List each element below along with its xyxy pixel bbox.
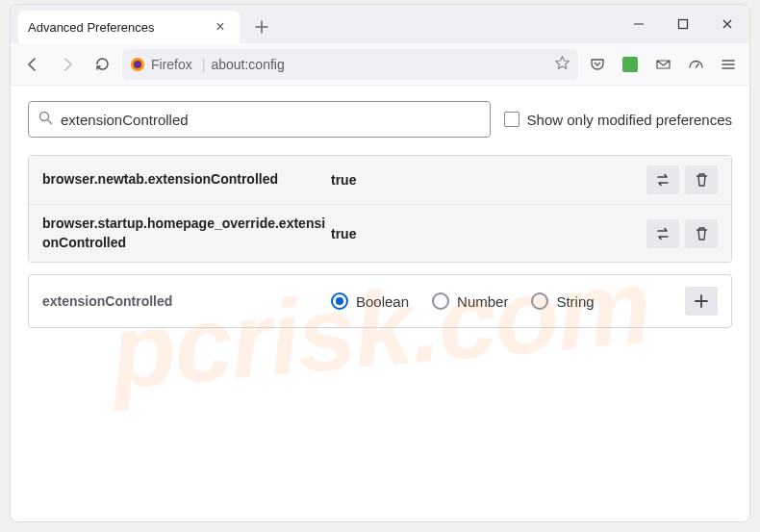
- radio-boolean[interactable]: Boolean: [331, 292, 409, 310]
- pref-row: browser.startup.homepage_override.extens…: [29, 205, 731, 262]
- toggle-button[interactable]: [646, 219, 679, 248]
- radio-icon: [531, 292, 548, 310]
- type-radio-group: Boolean Number String: [331, 292, 685, 310]
- checkbox-icon: [504, 112, 519, 127]
- search-box[interactable]: [28, 101, 491, 138]
- radio-icon: [432, 292, 449, 310]
- radio-icon: [331, 292, 348, 310]
- firefox-icon: [130, 57, 145, 72]
- extension-icon[interactable]: [617, 51, 644, 78]
- pref-row: browser.newtab.extensionControlled true: [29, 156, 731, 205]
- toolbar: Firefox | about:config: [11, 43, 749, 86]
- gauge-icon[interactable]: [682, 51, 709, 78]
- radio-label: Number: [457, 293, 508, 310]
- pref-name: browser.newtab.extensionControlled: [42, 170, 331, 190]
- browser-window: Advanced Preferences ×: [10, 4, 750, 522]
- forward-button[interactable]: [53, 50, 82, 79]
- pref-name: browser.startup.homepage_override.extens…: [42, 215, 331, 252]
- tab-title: Advanced Preferences: [28, 20, 155, 35]
- delete-button[interactable]: [685, 219, 718, 248]
- pref-value: true: [331, 226, 646, 241]
- close-icon[interactable]: ×: [211, 17, 230, 37]
- url-bar[interactable]: Firefox | about:config: [122, 49, 578, 80]
- pref-actions: [646, 219, 718, 248]
- prefs-table: browser.newtab.extensionControlled true …: [28, 155, 732, 263]
- minimize-button[interactable]: [617, 5, 661, 43]
- back-button[interactable]: [18, 50, 47, 79]
- reload-button[interactable]: [88, 50, 116, 79]
- radio-label: String: [556, 293, 594, 310]
- tab-active[interactable]: Advanced Preferences ×: [18, 11, 240, 43]
- pref-actions: [646, 165, 718, 194]
- add-button[interactable]: [685, 287, 718, 316]
- url-path: about:config: [211, 57, 284, 72]
- radio-string[interactable]: String: [531, 292, 594, 310]
- new-pref-row: extensionControlled Boolean Number Strin…: [28, 274, 732, 328]
- tab-bar: Advanced Preferences ×: [11, 5, 749, 43]
- checkbox-label-text: Show only modified preferences: [527, 112, 732, 128]
- new-tab-button[interactable]: [247, 13, 276, 41]
- search-row: Show only modified preferences: [28, 101, 732, 138]
- url-brand: Firefox: [151, 57, 192, 72]
- pocket-icon[interactable]: [584, 51, 611, 78]
- close-window-button[interactable]: [705, 5, 749, 43]
- svg-point-2: [134, 61, 141, 68]
- search-icon: [38, 111, 53, 129]
- svg-rect-0: [679, 20, 688, 29]
- search-input[interactable]: [61, 112, 480, 128]
- new-pref-name: extensionControlled: [42, 293, 331, 309]
- maximize-button[interactable]: [661, 5, 705, 43]
- radio-label: Boolean: [356, 293, 409, 310]
- content-area: pcrisk.com Show only modified preference…: [11, 86, 749, 521]
- window-controls: [617, 5, 749, 43]
- delete-button[interactable]: [685, 165, 718, 194]
- menu-icon[interactable]: [715, 51, 742, 78]
- toggle-button[interactable]: [646, 165, 679, 194]
- show-modified-checkbox[interactable]: Show only modified preferences: [504, 112, 732, 128]
- pref-value: true: [331, 172, 646, 188]
- mail-icon[interactable]: [649, 51, 676, 78]
- url-separator: |: [202, 57, 206, 72]
- radio-number[interactable]: Number: [432, 292, 508, 310]
- bookmark-star-icon[interactable]: [554, 55, 570, 74]
